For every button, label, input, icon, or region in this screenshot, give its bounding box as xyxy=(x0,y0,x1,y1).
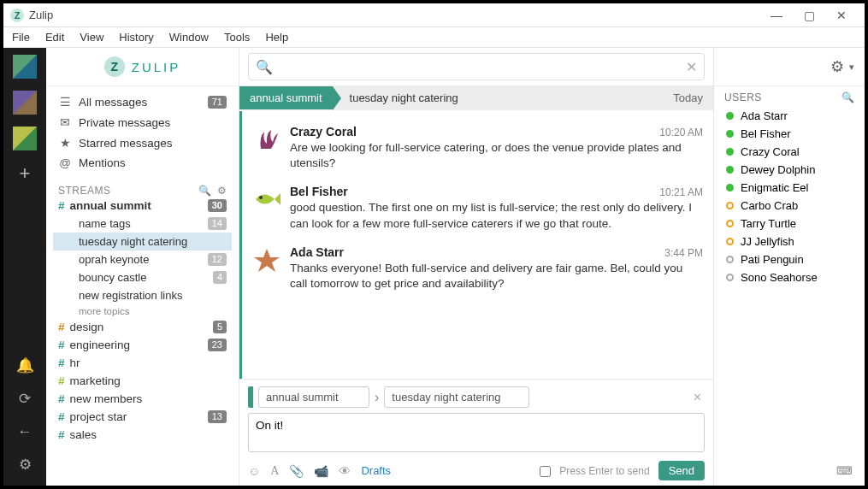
avatar xyxy=(252,125,281,154)
brand-logo: Z ZULIP xyxy=(46,48,239,86)
topic-badge: 12 xyxy=(208,253,227,266)
nav-private-messages[interactable]: ✉ Private messages xyxy=(53,112,232,133)
stream-design[interactable]: #design5 xyxy=(53,318,232,336)
search-input[interactable] xyxy=(278,60,686,74)
user-jj-jellyfish[interactable]: JJ Jellyfish xyxy=(719,233,859,250)
compose-textarea[interactable] xyxy=(248,413,705,452)
crumb-topic[interactable]: tuesday night catering xyxy=(333,91,674,104)
hash-icon: # xyxy=(58,321,65,333)
topic-oprah-keynote[interactable]: oprah keynote12 xyxy=(53,250,232,268)
user-carbo-crab[interactable]: Carbo Crab xyxy=(719,197,859,215)
workspace-3[interactable] xyxy=(13,127,37,150)
window-close-button[interactable]: ✕ xyxy=(825,9,858,22)
topic-new-registration-links[interactable]: new registration links xyxy=(53,286,232,304)
stream-hr[interactable]: #hr xyxy=(53,354,232,372)
user-dewey-dolphin[interactable]: Dewey Dolphin xyxy=(719,161,859,179)
menu-view[interactable]: View xyxy=(80,31,103,44)
window-maximize-button[interactable]: ▢ xyxy=(793,9,825,22)
drafts-link[interactable]: Drafts xyxy=(361,464,391,477)
compose-topic-input[interactable] xyxy=(384,386,529,408)
user-enigmatic-eel[interactable]: Enigmatic Eel xyxy=(719,179,859,197)
keyboard-icon[interactable]: ⌨ xyxy=(836,464,853,477)
gear-icon[interactable]: ⚙ xyxy=(830,57,844,76)
user-name: Pati Penguin xyxy=(741,253,804,266)
topic-badge: 14 xyxy=(208,217,227,230)
nav-starred-messages[interactable]: ★ Starred messages xyxy=(53,133,232,153)
menu-edit[interactable]: Edit xyxy=(45,31,64,44)
preview-icon[interactable]: 👁 xyxy=(339,464,351,478)
stream-label: sales xyxy=(70,428,227,441)
menubar: File Edit View History Window Tools Help xyxy=(3,27,865,48)
presence-dot xyxy=(726,274,734,281)
chevron-down-icon[interactable]: ▾ xyxy=(849,62,854,73)
user-sono-seahorse[interactable]: Sono Seahorse xyxy=(719,268,859,286)
stream-search-icon[interactable]: 🔍 xyxy=(198,185,212,197)
stream-badge: 23 xyxy=(208,339,227,351)
menu-window[interactable]: Window xyxy=(169,31,209,44)
back-icon[interactable]: ← xyxy=(18,423,32,440)
stream-badge: 13 xyxy=(208,410,227,423)
topic-bouncy-castle[interactable]: bouncy castle4 xyxy=(53,268,232,286)
user-pati-penguin[interactable]: Pati Penguin xyxy=(719,250,859,268)
presence-dot xyxy=(726,202,734,209)
nav-mentions[interactable]: @ Mentions xyxy=(53,153,232,173)
menu-tools[interactable]: Tools xyxy=(224,31,250,44)
topic-name-tags[interactable]: name tags14 xyxy=(53,215,232,233)
stream-annual-summit[interactable]: #annual summit30 xyxy=(53,197,232,215)
format-icon[interactable]: A xyxy=(270,464,279,478)
video-icon[interactable]: 📹 xyxy=(314,464,328,478)
stream-settings-icon[interactable]: ⚙ xyxy=(217,185,227,197)
search-box[interactable]: 🔍 ✕ xyxy=(248,53,705,80)
more-topics-link[interactable]: more topics xyxy=(53,304,232,318)
message-sender[interactable]: Ada Starr xyxy=(290,245,344,259)
stream-marketing[interactable]: #marketing xyxy=(53,372,232,390)
nav-all-messages[interactable]: ☰ All messages 71 xyxy=(53,91,232,112)
message-sender[interactable]: Crazy Coral xyxy=(290,125,357,138)
chevron-right-icon: › xyxy=(375,390,379,405)
add-workspace-button[interactable]: + xyxy=(20,162,31,185)
user-bel-fisher[interactable]: Bel Fisher xyxy=(719,125,859,143)
crumb-stream[interactable]: annual summit xyxy=(239,86,333,109)
emoji-icon[interactable]: ☺ xyxy=(248,464,260,478)
hash-icon: # xyxy=(58,356,65,369)
attach-icon[interactable]: 📎 xyxy=(289,464,304,478)
user-search-icon[interactable]: 🔍 xyxy=(841,91,855,103)
topic-label: name tags xyxy=(79,217,208,230)
compose-close-icon[interactable]: × xyxy=(690,390,705,405)
bell-icon[interactable]: 🔔 xyxy=(16,356,34,374)
workspace-1[interactable] xyxy=(13,55,37,79)
presence-dot xyxy=(726,256,734,263)
refresh-icon[interactable]: ⟳ xyxy=(19,390,31,408)
titlebar: Z Zulip — ▢ ✕ xyxy=(3,3,865,27)
stream-sales[interactable]: #sales xyxy=(53,426,232,444)
message-list: Crazy Coral10:20 AMAre we looking for fu… xyxy=(239,111,713,379)
nav-all-label: All messages xyxy=(79,96,201,109)
hash-icon: # xyxy=(58,392,65,405)
user-name: Crazy Coral xyxy=(741,145,800,158)
window-minimize-button[interactable]: — xyxy=(760,9,793,22)
settings-gear-icon[interactable]: ⚙ xyxy=(19,456,32,474)
user-ada-starr[interactable]: Ada Starr xyxy=(719,107,859,125)
enter-to-send-checkbox[interactable] xyxy=(540,466,551,477)
stream-project-star[interactable]: #project star13 xyxy=(53,408,232,426)
topic-label: tuesday night catering xyxy=(79,235,227,248)
user-name: Carbo Crab xyxy=(741,199,798,212)
message-time: 10:21 AM xyxy=(659,186,703,198)
message-row: Bel Fisher10:21 AMgood question. The fir… xyxy=(252,178,703,238)
topic-tuesday-night-catering[interactable]: tuesday night catering xyxy=(53,233,232,250)
stream-new-members[interactable]: #new members xyxy=(53,390,232,408)
compose-stream-input[interactable] xyxy=(258,386,369,408)
user-tarry-turtle[interactable]: Tarry Turtle xyxy=(719,215,859,233)
workspace-2[interactable] xyxy=(13,91,37,115)
window-title: Zulip xyxy=(29,9,53,21)
search-clear-icon[interactable]: ✕ xyxy=(686,59,697,75)
message-body: Are we looking for full-service catering… xyxy=(290,140,692,171)
menu-help[interactable]: Help xyxy=(265,31,288,44)
menu-history[interactable]: History xyxy=(119,31,153,44)
hash-icon: # xyxy=(58,428,65,441)
stream-engineering[interactable]: #engineering23 xyxy=(53,336,232,354)
menu-file[interactable]: File xyxy=(12,31,30,44)
message-sender[interactable]: Bel Fisher xyxy=(290,185,348,198)
send-button[interactable]: Send xyxy=(658,461,705,480)
user-crazy-coral[interactable]: Crazy Coral xyxy=(719,143,859,161)
